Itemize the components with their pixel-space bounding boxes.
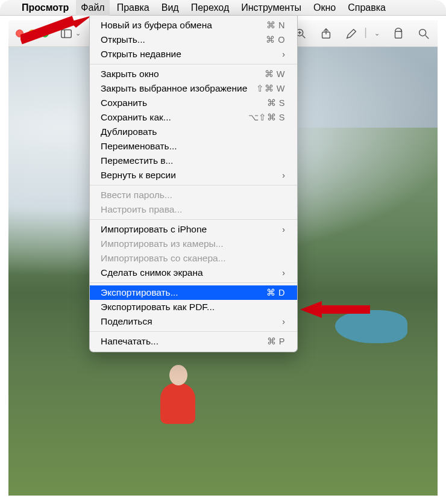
menu-item-open[interactable]: Открыть...⌘ O	[90, 33, 297, 47]
menu-item-label: Импортировать из камеры...	[101, 238, 285, 249]
menu-item-label: Экспортировать...	[101, 287, 266, 298]
menu-view[interactable]: Вид	[162, 2, 179, 13]
menu-item-label: Переименовать...	[101, 141, 285, 152]
traffic-lights	[16, 30, 49, 37]
menu-item-duplicate[interactable]: Дублировать	[90, 125, 297, 139]
chevron-right-icon: ›	[282, 268, 285, 278]
menubar: Просмотр Файл Правка Вид Переход Инструм…	[0, 0, 446, 16]
menu-item-label: Открыть...	[101, 34, 266, 45]
share-icon[interactable]	[319, 27, 333, 40]
markup-icon[interactable]	[345, 27, 358, 40]
search-icon[interactable]	[417, 27, 430, 40]
chevron-right-icon: ›	[282, 170, 285, 180]
menu-item-label: Импортировать со сканера...	[101, 253, 285, 264]
menu-item-label: Новый из буфера обмена	[101, 20, 266, 31]
menu-shortcut: ⌥⇧⌘ S	[248, 113, 285, 122]
lake	[335, 310, 407, 343]
menu-shortcut: ⌘ O	[266, 35, 285, 45]
menu-item-close-window[interactable]: Закрыть окно⌘ W	[90, 67, 297, 81]
menu-item-close-image[interactable]: Закрыть выбранное изображение⇧⌘ W	[90, 81, 297, 96]
menu-file[interactable]: Файл	[76, 0, 109, 16]
menu-item-share[interactable]: Поделиться›	[90, 314, 297, 329]
menu-item-label: Настроить права...	[101, 204, 285, 215]
menu-item-screenshot[interactable]: Сделать снимок экрана›	[90, 266, 297, 280]
menu-window[interactable]: Окно	[313, 2, 336, 13]
svg-rect-14	[395, 31, 402, 38]
menu-item-label: Дублировать	[101, 126, 285, 137]
minimize-window-button[interactable]	[28, 30, 36, 37]
menu-item-import-scanner: Импортировать со сканера...	[90, 251, 297, 266]
chevron-right-icon: ›	[282, 49, 285, 59]
menu-item-save-as[interactable]: Сохранить как...⌥⇧⌘ S	[90, 110, 297, 125]
menu-item-label: Ввести пароль...	[101, 190, 285, 201]
menu-item-set-permissions: Настроить права...	[90, 202, 297, 217]
person-in-photo	[154, 367, 201, 424]
rotate-icon[interactable]	[392, 27, 405, 40]
svg-line-16	[426, 35, 429, 39]
close-window-button[interactable]	[16, 30, 24, 37]
menu-item-label: Поделиться	[101, 316, 282, 327]
menu-item-move-to[interactable]: Переместить в...	[90, 154, 297, 168]
menu-help[interactable]: Справка	[348, 2, 386, 13]
menu-item-label: Экспортировать как PDF...	[101, 302, 285, 313]
menu-tools[interactable]: Инструменты	[241, 2, 301, 13]
menu-item-label: Сделать снимок экрана	[101, 267, 282, 278]
menu-item-label: Закрыть окно	[101, 69, 265, 79]
menu-shortcut: ⌘ S	[267, 98, 285, 108]
file-menu-dropdown: Новый из буфера обмена⌘ NОткрыть...⌘ OОт…	[89, 16, 298, 352]
fullscreen-window-button[interactable]	[41, 30, 49, 37]
menu-item-label: Сохранить как...	[101, 112, 248, 123]
menu-item-print[interactable]: Напечатать...⌘ P	[90, 334, 297, 349]
menu-item-export[interactable]: Экспортировать...⌘ D	[90, 285, 297, 300]
menu-item-enter-password: Ввести пароль...	[90, 188, 297, 202]
menu-item-label: Импортировать с iPhone	[101, 224, 282, 235]
svg-rect-0	[61, 30, 72, 37]
chevron-right-icon: ›	[282, 225, 285, 234]
menu-shortcut: ⌘ W	[265, 69, 285, 79]
menu-item-label: Закрыть выбранное изображение	[101, 83, 256, 94]
chevron-down-icon[interactable]: ⌄	[75, 30, 81, 37]
menu-item-export-pdf[interactable]: Экспортировать как PDF...	[90, 300, 297, 314]
separator: |	[364, 26, 367, 39]
menu-shortcut: ⌘ N	[266, 20, 285, 30]
menu-item-rename[interactable]: Переименовать...	[90, 139, 297, 154]
menu-item-label: Сохранить	[101, 98, 267, 108]
svg-line-9	[303, 35, 306, 38]
menu-item-new-from-clipboard[interactable]: Новый из буфера обмена⌘ N	[90, 18, 297, 33]
menu-item-revert[interactable]: Вернуть к версии›	[90, 168, 297, 182]
menu-item-save[interactable]: Сохранить⌘ S	[90, 96, 297, 110]
menu-app[interactable]: Просмотр	[22, 2, 69, 13]
menu-edit[interactable]: Правка	[117, 2, 149, 13]
menu-shortcut: ⇧⌘ W	[256, 84, 285, 93]
menu-item-label: Напечатать...	[101, 336, 267, 347]
menu-item-open-recent[interactable]: Открыть недавние›	[90, 47, 297, 61]
menu-item-import-iphone[interactable]: Импортировать с iPhone›	[90, 222, 297, 237]
chevron-down-icon[interactable]: ⌄	[374, 30, 380, 37]
menu-item-label: Открыть недавние	[101, 49, 282, 60]
menu-shortcut: ⌘ P	[267, 337, 285, 346]
chevron-right-icon: ›	[282, 317, 285, 326]
menu-item-label: Переместить в...	[101, 155, 285, 166]
svg-point-15	[419, 29, 426, 36]
menu-item-label: Вернуть к версии	[101, 170, 282, 181]
menu-go[interactable]: Переход	[191, 2, 230, 13]
sidebar-icon[interactable]	[60, 27, 73, 40]
menu-item-import-camera: Импортировать из камеры...	[90, 237, 297, 251]
menu-shortcut: ⌘ D	[266, 288, 285, 297]
